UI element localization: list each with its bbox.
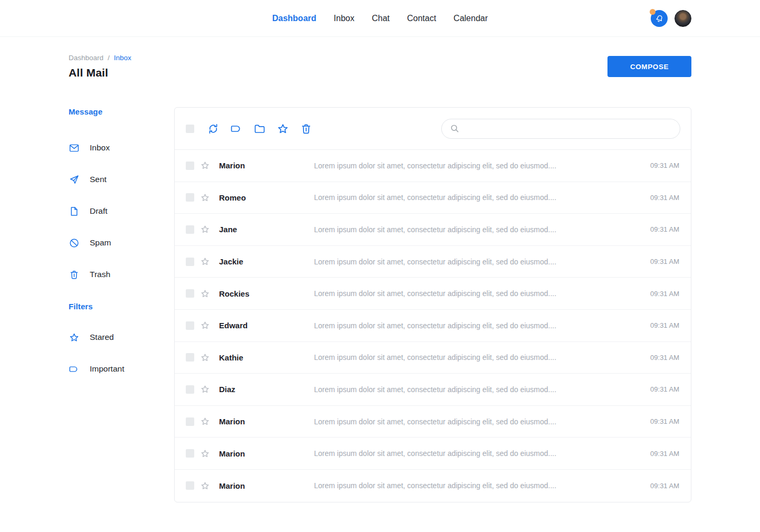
notifications-button[interactable]	[651, 10, 668, 27]
star-icon[interactable]	[200, 256, 210, 267]
sidebar: MessageInboxSentDraftSpamTrashFiltersSta…	[69, 107, 174, 385]
sidebar-item-label: Important	[90, 364, 124, 374]
sidebar-item-stared[interactable]: Stared	[69, 321, 174, 353]
nav-item-dashboard[interactable]: Dashboard	[272, 14, 317, 23]
sidebar-item-draft[interactable]: Draft	[69, 195, 174, 227]
toolbar-refresh-button[interactable]	[207, 122, 220, 135]
star-icon[interactable]	[200, 449, 210, 459]
mail-time: 09:31 AM	[650, 162, 679, 169]
row-checkbox[interactable]	[186, 289, 194, 298]
toolbar-trash-button[interactable]	[300, 122, 312, 135]
breadcrumb-inbox[interactable]: Inbox	[114, 54, 131, 62]
main-content: MessageInboxSentDraftSpamTrashFiltersSta…	[69, 107, 691, 502]
page-title: All Mail	[69, 66, 131, 79]
mail-sender: Kathie	[219, 353, 314, 362]
star-icon	[69, 332, 80, 343]
label-icon	[230, 122, 243, 135]
search-icon	[450, 124, 460, 134]
row-checkbox[interactable]	[186, 258, 194, 266]
mail-time: 09:31 AM	[650, 194, 679, 202]
toolbar-label-button[interactable]	[230, 122, 243, 135]
breadcrumb-dashboard[interactable]: Dashboard	[69, 54, 103, 62]
search-input[interactable]	[465, 125, 672, 133]
star-icon[interactable]	[200, 160, 210, 170]
star-icon[interactable]	[200, 224, 210, 234]
mail-row[interactable]: Marion Lorem ipsum dolor sit amet, conse…	[175, 470, 691, 502]
mail-sender: Marion	[219, 481, 314, 490]
toolbar-icons	[207, 122, 312, 135]
sidebar-item-important[interactable]: Important	[69, 353, 174, 385]
row-checkbox[interactable]	[186, 353, 194, 362]
mail-time: 09:31 AM	[650, 354, 679, 362]
user-avatar[interactable]	[674, 10, 691, 27]
mail-preview: Lorem ipsum dolor sit amet, consectetur …	[314, 353, 650, 362]
star-icon[interactable]	[200, 289, 210, 299]
mail-row[interactable]: Marion Lorem ipsum dolor sit amet, conse…	[175, 438, 691, 470]
mail-row[interactable]: Edward Lorem ipsum dolor sit amet, conse…	[175, 310, 691, 342]
toolbar-star-button[interactable]	[277, 122, 289, 135]
star-icon[interactable]	[200, 193, 210, 203]
header-actions	[651, 10, 691, 27]
mail-row[interactable]: Jane Lorem ipsum dolor sit amet, consect…	[175, 214, 691, 246]
mail-time: 09:31 AM	[650, 417, 679, 425]
mail-sender: Marion	[219, 417, 314, 426]
select-all-checkbox[interactable]	[186, 125, 194, 133]
search-box[interactable]	[441, 119, 680, 139]
row-checkbox[interactable]	[186, 481, 194, 490]
nav-item-contact[interactable]: Contact	[407, 14, 436, 23]
mail-row[interactable]: Diaz Lorem ipsum dolor sit amet, consect…	[175, 374, 691, 406]
file-icon	[69, 206, 80, 217]
sidebar-item-trash[interactable]: Trash	[69, 259, 174, 290]
mail-preview: Lorem ipsum dolor sit amet, consectetur …	[314, 225, 650, 234]
row-checkbox[interactable]	[186, 162, 194, 170]
sidebar-list: StaredImportant	[69, 321, 174, 385]
toolbar-folder-button[interactable]	[253, 122, 266, 135]
star-icon[interactable]	[200, 416, 210, 426]
star-icon[interactable]	[200, 353, 210, 363]
mail-time: 09:31 AM	[650, 290, 679, 298]
breadcrumb-separator: /	[108, 54, 110, 62]
mail-time: 09:31 AM	[650, 450, 679, 458]
sidebar-item-inbox[interactable]: Inbox	[69, 132, 174, 164]
mail-row[interactable]: Jackie Lorem ipsum dolor sit amet, conse…	[175, 246, 691, 278]
sidebar-item-label: Stared	[90, 332, 114, 342]
row-checkbox[interactable]	[186, 385, 194, 394]
mail-time: 09:31 AM	[650, 225, 679, 233]
mail-toolbar	[175, 108, 691, 150]
sidebar-item-label: Spam	[90, 238, 111, 248]
sidebar-section-title-filters: Filters	[69, 302, 174, 311]
page-head: Dashboard / Inbox All Mail COMPOSE	[69, 54, 691, 79]
nav-item-inbox[interactable]: Inbox	[334, 14, 354, 23]
mail-row[interactable]: Marion Lorem ipsum dolor sit amet, conse…	[175, 150, 691, 182]
mail-row[interactable]: Marion Lorem ipsum dolor sit amet, conse…	[175, 406, 691, 438]
mail-sender: Romeo	[219, 193, 314, 202]
mail-row[interactable]: Kathie Lorem ipsum dolor sit amet, conse…	[175, 342, 691, 374]
mail-sender: Rockies	[219, 289, 314, 298]
star-icon[interactable]	[200, 481, 210, 491]
sidebar-section-title-message: Message	[69, 107, 174, 116]
sidebar-item-sent[interactable]: Sent	[69, 164, 174, 195]
sidebar-item-label: Inbox	[90, 143, 110, 153]
top-header: DashboardInboxChatContactCalendar	[0, 0, 760, 37]
row-checkbox[interactable]	[186, 417, 194, 426]
mail-row[interactable]: Rockies Lorem ipsum dolor sit amet, cons…	[175, 278, 691, 310]
compose-button[interactable]: COMPOSE	[607, 56, 691, 77]
mail-row[interactable]: Romeo Lorem ipsum dolor sit amet, consec…	[175, 182, 691, 214]
nav-item-calendar[interactable]: Calendar	[453, 14, 488, 23]
mail-sender: Marion	[219, 449, 314, 458]
sidebar-item-spam[interactable]: Spam	[69, 227, 174, 259]
mail-preview: Lorem ipsum dolor sit amet, consectetur …	[314, 481, 650, 490]
mail-preview: Lorem ipsum dolor sit amet, consectetur …	[314, 321, 650, 330]
row-checkbox[interactable]	[186, 321, 194, 330]
row-checkbox[interactable]	[186, 225, 194, 234]
send-icon	[69, 174, 80, 185]
sidebar-item-label: Draft	[90, 206, 108, 216]
star-icon[interactable]	[200, 320, 210, 330]
mail-sender: Jackie	[219, 257, 314, 266]
row-checkbox[interactable]	[186, 193, 194, 202]
row-checkbox[interactable]	[186, 449, 194, 458]
mail-sender: Diaz	[219, 385, 314, 394]
star-icon[interactable]	[200, 384, 210, 394]
sidebar-item-label: Trash	[90, 270, 110, 279]
nav-item-chat[interactable]: Chat	[372, 14, 390, 23]
